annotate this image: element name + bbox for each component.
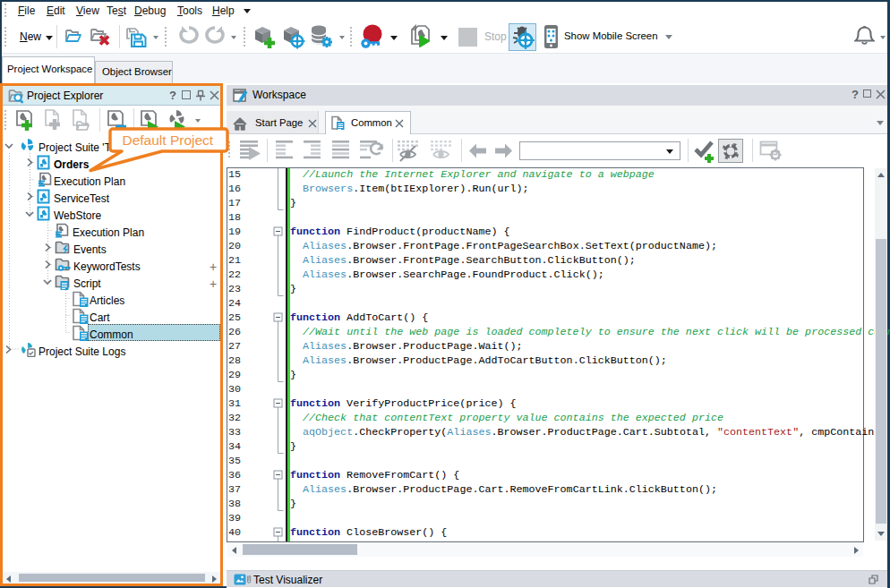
svg-text:Default Project: Default Project (123, 132, 214, 148)
